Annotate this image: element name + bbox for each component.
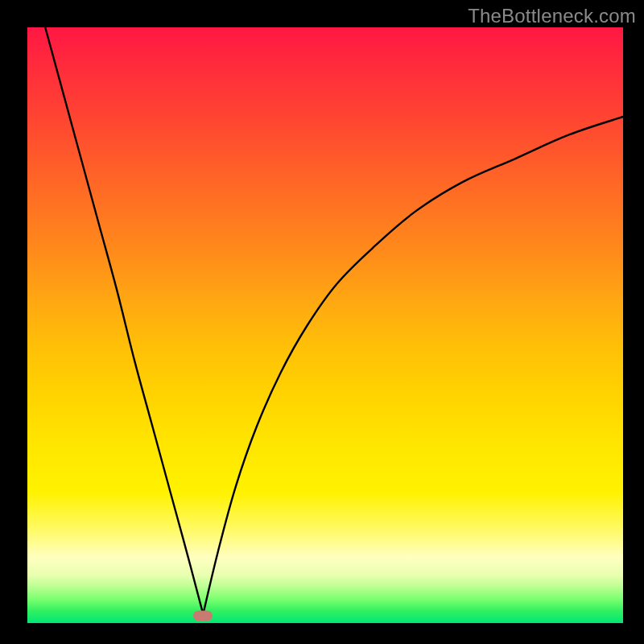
plot-area: [27, 27, 623, 623]
optimal-point-marker: [193, 611, 213, 621]
watermark-text: TheBottleneck.com: [468, 5, 636, 27]
curve-right-branch: [203, 117, 623, 614]
chart-frame: TheBottleneck.com: [0, 0, 644, 644]
bottleneck-curve: [27, 27, 623, 623]
curve-left-branch: [45, 27, 203, 614]
